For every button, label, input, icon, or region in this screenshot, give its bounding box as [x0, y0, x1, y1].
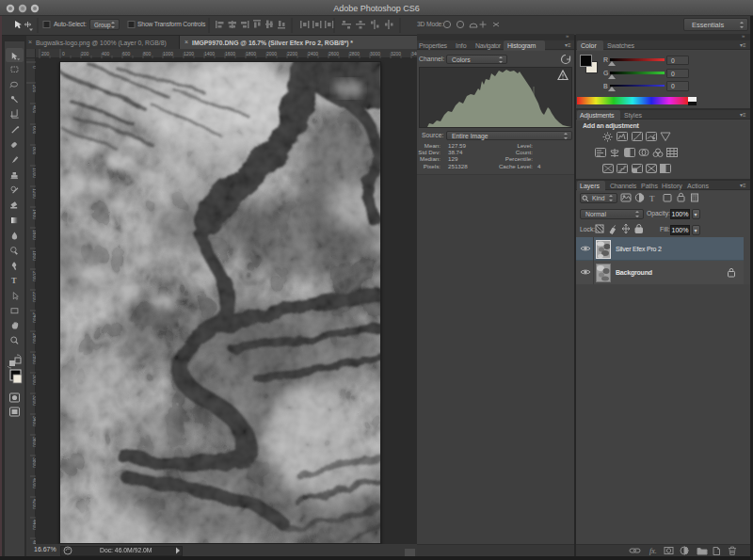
svg-text:1400: 1400	[204, 51, 215, 56]
svg-text:T: T	[649, 194, 655, 203]
svg-text:T: T	[11, 276, 17, 285]
svg-text:200: 200	[41, 51, 50, 56]
svg-text:1600: 1600	[225, 51, 235, 56]
svg-text:1200: 1200	[184, 51, 194, 56]
svg-text:400: 400	[102, 51, 110, 56]
svg-text:0: 0	[62, 51, 65, 56]
svg-text:2000: 2000	[266, 51, 277, 56]
svg-text:600: 600	[122, 51, 131, 56]
svg-text:200: 200	[81, 51, 89, 56]
svg-text:1000: 1000	[163, 51, 173, 56]
svg-text:800: 800	[143, 51, 152, 56]
svg-text:2200: 2200	[287, 51, 297, 56]
svg-text:2600: 2600	[328, 51, 339, 56]
svg-text:2400: 2400	[308, 51, 318, 56]
svg-text:1800: 1800	[246, 51, 256, 56]
svg-text:fx.: fx.	[649, 547, 657, 555]
svg-text:3000: 3000	[370, 51, 380, 56]
svg-text:2800: 2800	[349, 51, 360, 56]
svg-text:3200: 3200	[391, 51, 401, 56]
